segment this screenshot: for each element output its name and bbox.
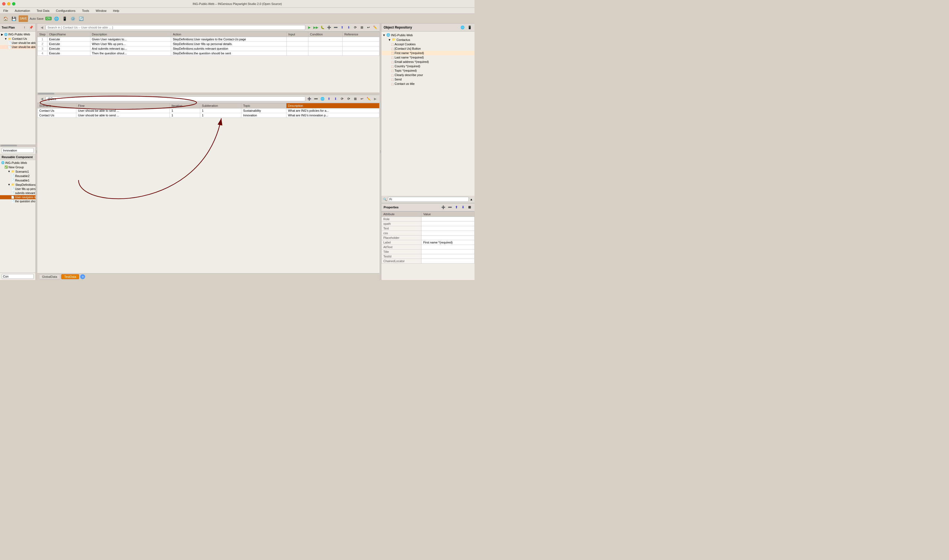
toolbar-home-icon[interactable]: 🏠	[2, 15, 9, 22]
bottom-search-input[interactable]	[46, 96, 305, 101]
remove-step-icon[interactable]: ➖	[333, 25, 338, 30]
props-css-value[interactable]	[422, 231, 474, 235]
obj-email[interactable]: ⬚ Email address *(required)	[381, 60, 474, 64]
maximize-button[interactable]	[12, 2, 15, 6]
tab-add-button[interactable]: +	[80, 274, 85, 279]
minimize-button[interactable]	[7, 2, 11, 6]
reusable-fills-up[interactable]: 📄 User fills up personal details	[0, 187, 35, 191]
edit-icon[interactable]: ✏️	[372, 25, 378, 30]
obj-ing[interactable]: ▼ 🌐 ING-Public-Web	[381, 33, 474, 37]
bug-icon[interactable]: 🐛	[320, 25, 325, 30]
obj-search-arrow[interactable]: ▲	[470, 198, 473, 201]
obj-accept-cookies[interactable]: ⬚ Accept Cookies	[381, 42, 474, 46]
obj-repo-mobile-icon[interactable]: 📱	[467, 25, 472, 30]
props-table-icon[interactable]: ⊞	[467, 205, 472, 210]
step-down-icon[interactable]: ⬇	[346, 25, 351, 30]
reusable-reusable2[interactable]: 📄 Reusable2	[0, 174, 35, 178]
bottom-add-icon[interactable]: ➕	[307, 96, 312, 102]
test-table-scroll[interactable]: Step ObjectName Description Action Input…	[37, 32, 379, 92]
data-row[interactable]: Contact Us User should be able to send .…	[38, 113, 379, 118]
props-row[interactable]: Text	[382, 226, 474, 231]
tab-testdata[interactable]: TestData	[61, 274, 79, 279]
props-row[interactable]: Role	[382, 217, 474, 222]
bottom-refresh2-icon[interactable]: ⟳	[346, 96, 351, 102]
obj-country[interactable]: ⬚ Country *(required)	[381, 64, 474, 68]
import-icon[interactable]: ↩	[366, 25, 371, 30]
tree-user-scenario-1[interactable]: 📄 User should be able to send a question…	[0, 41, 35, 45]
test-plan-pin-icon[interactable]: 📌	[28, 25, 34, 30]
props-row[interactable]: css	[382, 231, 474, 235]
props-up-icon[interactable]: ⬆	[454, 205, 459, 210]
reusable-navigates[interactable]: 📄 User navigates to the Contact-Us page	[0, 195, 35, 199]
test-table-scrollbar[interactable]	[37, 92, 379, 95]
table-row[interactable]: 1 Execute Given User navigates to... Ste…	[38, 37, 379, 42]
props-row[interactable]: Label First name *(required)	[382, 240, 474, 245]
obj-topic[interactable]: ⬚ Topic *(required)	[381, 68, 474, 73]
props-remove-icon[interactable]: ➖	[447, 205, 453, 210]
props-chained-value[interactable]	[422, 259, 474, 263]
props-role-value[interactable]	[422, 217, 474, 222]
bottom-remove-icon[interactable]: ➖	[313, 96, 319, 102]
obj-search-input[interactable]	[388, 197, 469, 202]
bottom-table-icon[interactable]: ⊞	[353, 96, 358, 102]
reusable-reusable1[interactable]: 📄 Reusable1	[0, 178, 35, 183]
run-all-icon[interactable]: ▶▶	[313, 25, 319, 30]
data-row[interactable]: Contact Us User should be able to send .…	[38, 108, 379, 113]
bottom-down-icon[interactable]: ⬇	[333, 96, 338, 102]
obj-repo-globe-icon[interactable]: 🌐	[460, 25, 465, 30]
props-testid-value[interactable]	[422, 254, 474, 259]
toolbar-browser-icon[interactable]: 🌐	[53, 15, 60, 22]
obj-first-name[interactable]: ⬚ First name *(required)	[381, 51, 474, 55]
bottom-up-icon[interactable]: ⬆	[326, 96, 332, 102]
toolbar-settings-icon[interactable]: ⚙️	[70, 15, 76, 22]
table-row[interactable]: 2 Execute When User fills up pers... Ste…	[38, 42, 379, 46]
test-table-scrollbar-thumb[interactable]	[38, 93, 54, 94]
obj-contact-us-btn[interactable]: ⬚ [Contact Us] Button	[381, 46, 474, 51]
props-row[interactable]: Title	[382, 249, 474, 254]
props-add-icon[interactable]: ➕	[441, 205, 446, 210]
bottom-refresh-icon[interactable]: ⟳	[339, 96, 345, 102]
left-search-input[interactable]	[2, 148, 34, 153]
props-text-value[interactable]	[422, 226, 474, 231]
left-panel-scrollbar-h[interactable]	[0, 145, 35, 146]
toolbar-mobile-icon[interactable]: 📱	[62, 15, 68, 22]
left-panel-scrollbar-thumb[interactable]	[0, 145, 17, 146]
menu-testdata[interactable]: Test Data	[35, 9, 50, 13]
tree-ing-public-web[interactable]: ▶ 🌐 ING-Public-Web	[0, 32, 35, 37]
reusable-stepdefs[interactable]: ▼ 📁 StepDefinitions	[0, 183, 35, 187]
test-resize-left[interactable]: ◀	[39, 25, 45, 30]
props-alttext-value[interactable]	[422, 245, 474, 249]
reusable-new-group[interactable]: ✅ New Group	[0, 165, 35, 169]
toolbar-save-icon[interactable]: 💾	[11, 15, 17, 22]
tab-globaldata[interactable]: GlobalData	[39, 274, 60, 279]
props-label-value[interactable]: First name *(required)	[422, 240, 474, 245]
step-up-icon[interactable]: ⬆	[339, 25, 345, 30]
props-row[interactable]: ChainedLocator	[382, 259, 474, 263]
obj-last-name[interactable]: ⬚ Last name *(required)	[381, 55, 474, 60]
obj-send[interactable]: ⬚ Send	[381, 77, 474, 82]
props-xpath-value[interactable]	[422, 222, 474, 226]
menu-automation[interactable]: Automation	[14, 9, 31, 13]
reusable-question-sent[interactable]: 📄 the question should be sent	[0, 199, 35, 203]
props-row[interactable]: TestId	[382, 254, 474, 259]
reusable-scenario1[interactable]: ▼ 📁 Scenario1	[0, 169, 35, 174]
obj-contactus[interactable]: ▼ 📁 Contactus	[381, 37, 474, 42]
bottom-resize-right[interactable]: ▶	[372, 96, 378, 102]
add-step-icon[interactable]: ➕	[326, 25, 332, 30]
reusable-ing[interactable]: 🌐 ING-Public-Web	[0, 161, 35, 165]
menu-tools[interactable]: Tools	[81, 9, 90, 13]
props-placeholder-value[interactable]	[422, 235, 474, 240]
toolbar-save-as-icon[interactable]: SAVE	[18, 15, 28, 22]
bottom-import-icon[interactable]: ↩	[359, 96, 365, 102]
props-down-icon[interactable]: ⬇	[460, 205, 466, 210]
run-icon[interactable]: ▶	[307, 25, 312, 30]
props-row[interactable]: Placeholder	[382, 235, 474, 240]
menu-window[interactable]: Window	[94, 9, 107, 13]
bottom-resize-left[interactable]: ◀	[39, 96, 45, 102]
props-row[interactable]: AltText	[382, 245, 474, 249]
sync-icon[interactable]: ⟳	[353, 25, 358, 30]
tree-contact-us[interactable]: ▼ 📁 Contact Us	[0, 37, 35, 41]
menu-configurations[interactable]: Configurations	[55, 9, 77, 13]
props-title-value[interactable]	[422, 249, 474, 254]
test-search-input[interactable]	[46, 25, 305, 30]
